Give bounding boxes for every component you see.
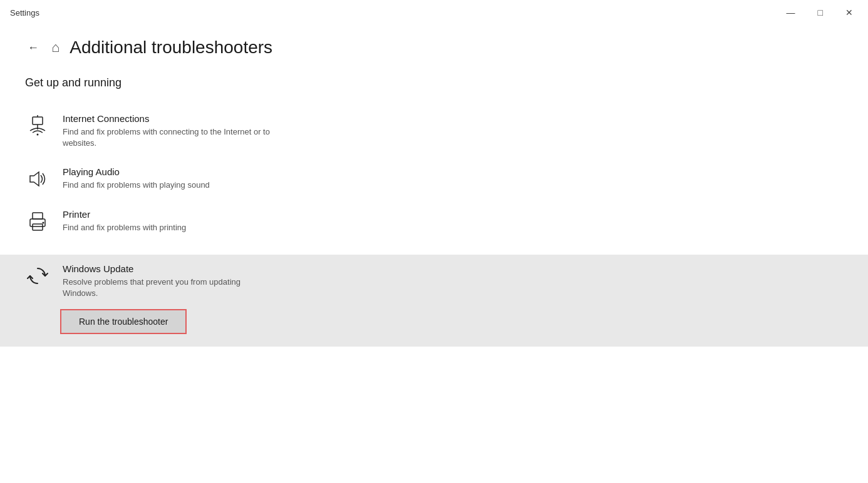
header-row: ← ⌂ Additional troubleshooters [25, 38, 843, 58]
close-button[interactable]: ✕ [840, 5, 858, 20]
home-icon: ⌂ [51, 39, 59, 56]
section-heading: Get up and running [25, 76, 843, 89]
page-title: Additional troubleshooters [70, 38, 272, 58]
item-name: Internet Connections [63, 113, 843, 124]
maximize-button[interactable]: □ [813, 5, 828, 20]
section-get-up-and-running: Get up and running [25, 76, 843, 242]
back-button[interactable]: ← [25, 39, 41, 57]
list-item[interactable]: Printer Find and fix problems with print… [25, 200, 843, 242]
back-arrow-icon: ← [28, 41, 39, 54]
item-desc: Find and fix problems with printing [63, 222, 843, 233]
title-bar: Settings — □ ✕ [0, 0, 868, 25]
troubleshooter-list: Internet Connections Find and fix proble… [25, 104, 843, 242]
playing-audio-text: Playing Audio Find and fix problems with… [63, 166, 843, 191]
item-name: Printer [63, 209, 843, 220]
windows-update-text: Windows Update Resolve problems that pre… [63, 263, 843, 299]
item-name: Windows Update [63, 263, 843, 274]
list-item[interactable]: Internet Connections Find and fix proble… [25, 104, 843, 158]
wifi-icon [25, 114, 50, 137]
content-area: ← ⌂ Additional troubleshooters Get up an… [0, 25, 868, 255]
internet-connections-text: Internet Connections Find and fix proble… [63, 113, 843, 149]
item-desc: Find and fix problems with playing sound [63, 180, 843, 191]
svg-point-7 [43, 221, 44, 223]
settings-title: Settings [10, 8, 39, 18]
svg-rect-0 [33, 117, 43, 125]
update-icon [25, 265, 50, 287]
printer-text: Printer Find and fix problems with print… [63, 209, 843, 233]
run-troubleshooter-label: Run the troubleshooter [79, 317, 168, 327]
list-item[interactable]: Playing Audio Find and fix problems with… [25, 158, 843, 200]
item-desc: Resolve problems that prevent you from u… [63, 277, 843, 299]
title-bar-controls: — □ ✕ [782, 5, 858, 20]
windows-update-expanded: Windows Update Resolve problems that pre… [0, 255, 868, 347]
title-bar-left: Settings [10, 8, 39, 18]
minimize-button[interactable]: — [782, 5, 800, 20]
printer-icon [25, 210, 50, 233]
windows-update-item[interactable]: Windows Update Resolve problems that pre… [25, 263, 843, 299]
item-desc: Find and fix problems with connecting to… [63, 126, 843, 149]
svg-rect-4 [33, 213, 43, 219]
run-button-container: Run the troubleshooter [25, 309, 843, 334]
audio-icon [25, 168, 50, 190]
svg-rect-6 [33, 224, 43, 230]
svg-point-2 [37, 134, 39, 136]
item-name: Playing Audio [63, 166, 843, 177]
run-troubleshooter-button[interactable]: Run the troubleshooter [60, 309, 187, 334]
